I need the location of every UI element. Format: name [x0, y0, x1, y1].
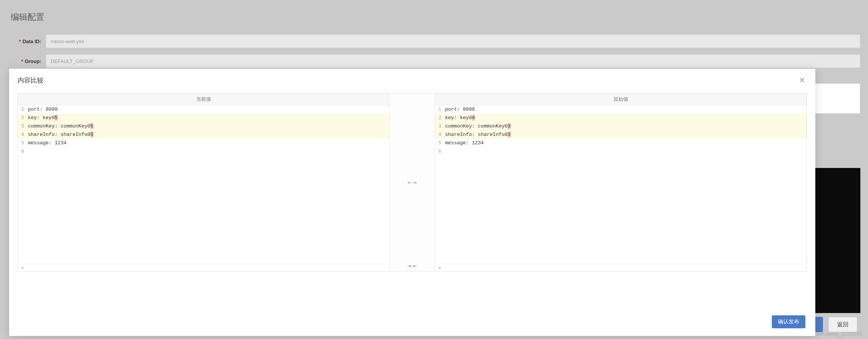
- diff-collapse-icon[interactable]: ⇥⇤: [407, 263, 417, 269]
- diff-container: 当前值 1port: 80802key: key053commonKey: co…: [18, 93, 807, 271]
- code-line: 6: [18, 147, 389, 156]
- scroll-left-icon[interactable]: ◂: [18, 264, 389, 271]
- modal-title: 内容比较: [18, 76, 44, 85]
- diff-right-header: 原始值: [435, 94, 807, 105]
- code-line: 1port: 8080: [435, 105, 807, 114]
- code-line: 2key: key04: [435, 114, 807, 122]
- code-line: 1port: 8080: [18, 105, 389, 114]
- diff-left-code[interactable]: 1port: 80802key: key053commonKey: common…: [18, 105, 389, 156]
- code-line: 3commonKey: commonKey03: [435, 122, 807, 131]
- close-icon[interactable]: ✕: [797, 75, 807, 86]
- diff-right-pane: 原始值 1port: 80802key: key043commonKey: co…: [435, 94, 807, 271]
- code-line: 4shareInfo: shareInfo03: [435, 131, 807, 139]
- diff-left-header: 当前值: [18, 94, 389, 105]
- scroll-left-icon-2[interactable]: ◂: [435, 264, 807, 271]
- code-line: 5message: 1234: [18, 139, 389, 147]
- code-line: 3commonKey: commonKey05: [18, 122, 389, 131]
- code-line: 5message: 1234: [435, 139, 807, 147]
- diff-gutter: ⇤⇥ ⇥⇤: [389, 94, 435, 271]
- diff-modal: 内容比较 ✕ 当前值 1port: 80802key: key053common…: [9, 69, 815, 336]
- code-line: 2key: key05: [18, 114, 389, 122]
- confirm-publish-button[interactable]: 确认发布: [772, 315, 805, 328]
- code-line: 4shareInfo: shareInfo05: [18, 131, 389, 139]
- code-line: 6: [435, 147, 807, 156]
- diff-jump-icon[interactable]: ⇤⇥: [408, 179, 417, 186]
- modal-overlay: 内容比较 ✕ 当前值 1port: 80802key: key053common…: [0, 0, 868, 339]
- diff-right-code[interactable]: 1port: 80802key: key043commonKey: common…: [435, 105, 807, 156]
- diff-left-pane: 当前值 1port: 80802key: key053commonKey: co…: [18, 94, 389, 271]
